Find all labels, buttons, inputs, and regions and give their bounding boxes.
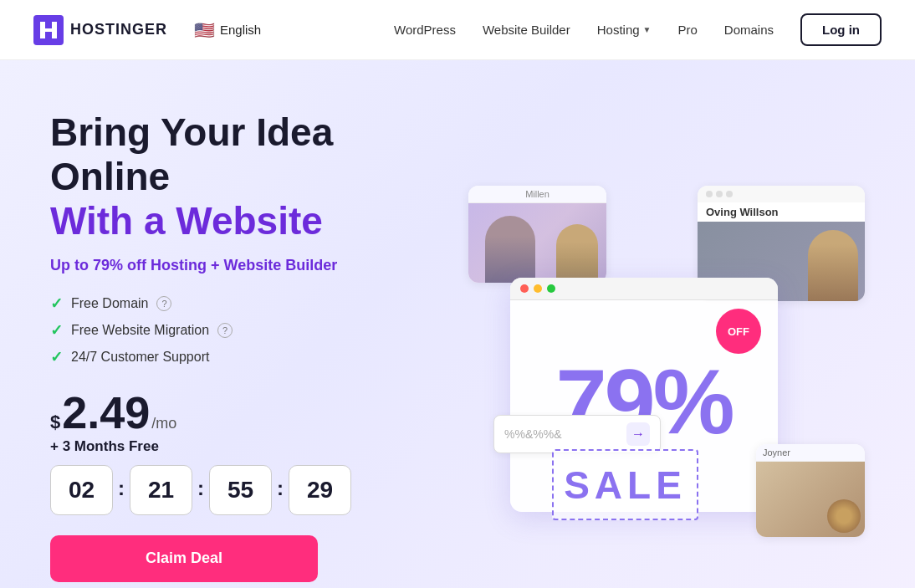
hero-title-line2: With a Website [50,199,452,243]
nav-links: WordPress Website Builder Hosting ▼ Pro … [394,23,774,38]
nav-link-pro[interactable]: Pro [677,23,697,37]
info-icon-1[interactable]: ? [156,296,171,311]
nav-link-hosting[interactable]: Hosting ▼ [597,23,652,37]
feature-support: ✓ 24/7 Customer Support [50,348,452,366]
nav-item-hosting[interactable]: Hosting ▼ [597,23,652,37]
nav-item-wordpress[interactable]: WordPress [394,23,456,38]
hero-subtitle: Up to 79% off Hosting + Website Builder [50,257,452,274]
browser-chrome [510,278,778,300]
language-label: English [220,23,261,37]
language-selector[interactable]: 🇺🇸 English [194,20,261,40]
check-icon-2: ✓ [50,321,63,340]
joyner-card: Joyner [756,444,865,537]
price-number: 2.49 [62,390,150,435]
flag-icon: 🇺🇸 [194,20,215,40]
joyner-photo [756,462,865,537]
logo-text: HOSTINGER [70,21,167,38]
check-icon-3: ✓ [50,348,63,366]
info-icon-2[interactable]: ? [217,323,233,338]
claim-deal-button[interactable]: Claim Deal [50,535,318,582]
chevron-down-icon: ▼ [643,25,652,34]
oving-header [698,186,865,202]
nav-link-domains[interactable]: Domains [724,23,774,37]
countdown-sep-1: : [118,477,125,504]
login-button[interactable]: Log in [800,13,882,46]
hero-visual: Millen Oving Willson [468,186,865,537]
feature-text-3: 24/7 Customer Support [71,350,209,365]
check-icon-1: ✓ [50,294,63,313]
millen-card-title: Millen [468,186,606,203]
countdown-hours: 02 [50,465,113,515]
countdown-minutes: 21 [130,465,192,515]
nav-item-pro[interactable]: Pro [677,23,697,38]
hero-title-line1: Bring Your Idea Online [50,110,333,198]
nav-item-domains[interactable]: Domains [724,23,774,38]
nav-link-wordpress[interactable]: WordPress [394,23,456,37]
dot-2 [716,191,723,197]
features-list: ✓ Free Domain ? ✓ Free Website Migration… [50,294,452,366]
coffee-icon [827,499,861,533]
person-silhouette-2 [556,224,598,283]
millen-card: Millen [468,186,606,283]
hero-content: Bring Your Idea Online With a Website Up… [50,110,452,588]
feature-text-1: Free Domain [71,296,148,311]
hero-section: Bring Your Idea Online With a Website Up… [0,60,915,588]
joyner-header: Joyner [756,444,865,462]
sale-letters: SALE [564,463,687,508]
dot-3 [726,191,733,197]
millen-photo [468,203,606,283]
navbar: HOSTINGER 🇺🇸 English WordPress Website B… [0,0,915,60]
url-text: %%&%%& [504,427,618,441]
countdown-timer: 02 : 21 : 55 : 29 [50,465,452,515]
price-bonus: + 3 Months Free [50,438,452,455]
countdown-seconds: 55 [209,465,272,515]
price-per: /mo [151,415,176,432]
browser-dot-yellow [534,284,542,293]
off-badge: OFF [716,309,761,354]
countdown-frames: 29 [289,465,351,515]
logo[interactable]: HOSTINGER [33,15,167,45]
browser-dot-green [547,284,555,293]
person-silhouette-1 [485,216,535,283]
oving-title: Oving Willson [698,202,865,222]
browser-dot-red [520,284,529,293]
subtitle-post: off Hosting + Website Builder [123,257,337,274]
countdown-sep-3: : [277,477,284,504]
countdown-sep-2: : [197,477,204,504]
nav-link-website-builder[interactable]: Website Builder [483,23,570,37]
nav-item-website-builder[interactable]: Website Builder [483,23,570,38]
price-display: $ 2.49 /mo [50,390,452,435]
feature-migration: ✓ Free Website Migration ? [50,321,452,340]
subtitle-pre: Up to [50,257,93,274]
arrow-button[interactable]: → [626,422,650,446]
dot-1 [706,191,713,197]
feature-text-2: Free Website Migration [71,323,209,338]
feature-free-domain: ✓ Free Domain ? [50,294,452,313]
url-bar-card: %%&%%& → [493,415,661,453]
hostinger-logo-icon [33,15,64,45]
sale-text-card: SALE [552,449,698,520]
hero-title: Bring Your Idea Online With a Website [50,110,452,243]
price-dollar: $ [50,412,60,433]
subtitle-pct: 79% [93,257,123,274]
price-block: $ 2.49 /mo + 3 Months Free [50,390,452,455]
oving-face [808,230,858,301]
